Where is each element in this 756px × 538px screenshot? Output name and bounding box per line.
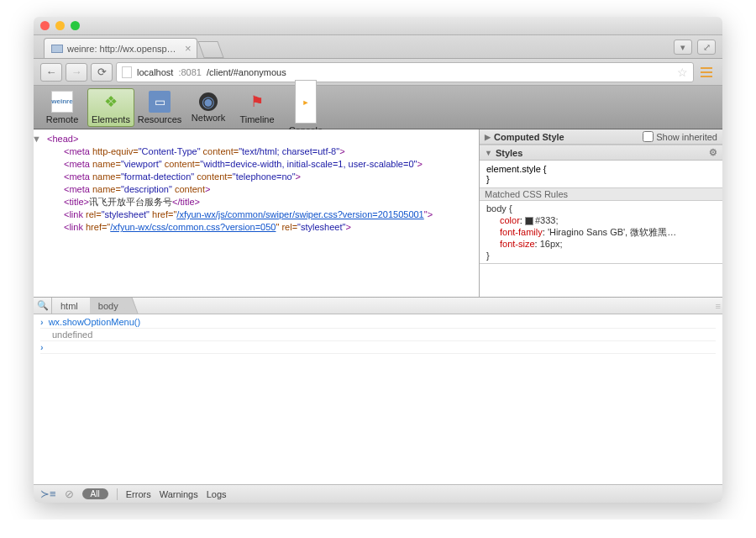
back-button[interactable]: ← xyxy=(40,63,62,82)
console-panel[interactable]: ›wx.showOptionMenu() undefined › xyxy=(34,314,722,358)
elements-panel: ▼<head> <meta http-equiv="Content-Type" … xyxy=(34,129,722,298)
remote-icon: weinre xyxy=(51,91,73,113)
timeline-icon: ⚑ xyxy=(246,91,268,113)
tab-strip: weinre: http://wx.opensp… × ▾ ⤢ xyxy=(34,35,722,59)
matched-rules-label: Matched CSS Rules xyxy=(480,187,722,201)
search-icon[interactable]: 🔍 xyxy=(34,298,52,314)
console-icon: ▸ xyxy=(295,80,317,124)
reload-button[interactable]: ⟳ xyxy=(91,63,113,82)
tab-remote[interactable]: weinreRemote xyxy=(39,88,86,127)
filter-all[interactable]: All xyxy=(82,488,108,499)
tab-elements[interactable]: ❖Elements xyxy=(87,88,134,127)
devtools-toolbar: weinreRemote ❖Elements ▭Resources ◉Netwo… xyxy=(34,86,722,129)
prompt-icon: › xyxy=(40,342,44,352)
filter-errors[interactable]: Errors xyxy=(126,489,151,499)
swatch-icon xyxy=(525,217,533,225)
tab-network[interactable]: ◉Network xyxy=(185,88,232,127)
close-tab-icon[interactable]: × xyxy=(185,42,192,55)
tab-resources[interactable]: ▭Resources xyxy=(136,88,183,127)
url-port: :8081 xyxy=(178,67,202,77)
console-blank[interactable] xyxy=(34,358,722,484)
filter-warnings[interactable]: Warnings xyxy=(160,489,198,499)
drag-handle-icon[interactable]: ≡ xyxy=(716,301,719,311)
zoom-window-icon[interactable] xyxy=(71,21,80,30)
titlebar xyxy=(34,17,722,35)
resources-icon: ▭ xyxy=(149,91,171,113)
forward-button[interactable]: → xyxy=(66,63,87,82)
styles-header[interactable]: ▼Styles⚙ xyxy=(480,145,722,161)
close-window-icon[interactable] xyxy=(40,21,50,30)
console-output: undefined xyxy=(40,330,92,340)
page-icon xyxy=(122,66,132,78)
console-input-line: wx.showOptionMenu() xyxy=(49,317,140,327)
styles-sidebar: ▶Computed StyleShow inherited ▼Styles⚙ e… xyxy=(479,129,722,297)
elements-icon: ❖ xyxy=(100,91,122,113)
console-footer: ≻≡ ⊘ All Errors Warnings Logs xyxy=(34,484,722,503)
prompt-icon: › xyxy=(40,317,44,327)
clear-console-icon[interactable]: ⊘ xyxy=(65,488,74,500)
new-tab-button[interactable] xyxy=(197,41,223,58)
element-style-rule[interactable]: element.style { } xyxy=(480,161,722,187)
network-icon: ◉ xyxy=(199,92,218,111)
fullscreen-icon[interactable]: ⤢ xyxy=(697,40,716,55)
address-bar: ← → ⟳ localhost:8081/client/#anonymous ☆ xyxy=(34,59,722,86)
breadcrumb-html[interactable]: html xyxy=(52,298,90,314)
dom-tree[interactable]: ▼<head> <meta http-equiv="Content-Type" … xyxy=(34,129,479,297)
bookmark-icon[interactable]: ☆ xyxy=(677,66,688,79)
console-toggle-icon[interactable]: ≻≡ xyxy=(40,488,56,500)
tab-timeline[interactable]: ⚑Timeline xyxy=(234,88,281,127)
tab-console[interactable]: ▸Console xyxy=(282,88,329,127)
tab-title: weinre: http://wx.opensp… xyxy=(67,44,176,54)
gear-icon[interactable]: ⚙ xyxy=(709,147,717,158)
menu-icon[interactable] xyxy=(697,63,716,82)
url-host: localhost xyxy=(137,67,173,77)
filter-logs[interactable]: Logs xyxy=(207,489,227,499)
url-path: /client/#anonymous xyxy=(207,67,286,77)
url-input[interactable]: localhost:8081/client/#anonymous ☆ xyxy=(116,62,694,82)
css-rule-body[interactable]: body { color: #333; font-family: 'Hiragi… xyxy=(480,201,722,263)
minimize-window-icon[interactable] xyxy=(55,21,65,30)
computed-style-header[interactable]: ▶Computed StyleShow inherited xyxy=(480,129,722,145)
breadcrumb-body[interactable]: body xyxy=(90,298,130,314)
show-inherited-checkbox[interactable]: Show inherited xyxy=(643,131,717,142)
favicon-icon xyxy=(51,45,63,53)
browser-window: weinre: http://wx.opensp… × ▾ ⤢ ← → ⟳ lo… xyxy=(34,17,722,503)
breadcrumb: 🔍 html body ≡ xyxy=(34,298,722,314)
browser-tab[interactable]: weinre: http://wx.opensp… × xyxy=(44,38,197,58)
user-menu-icon[interactable]: ▾ xyxy=(674,40,692,55)
